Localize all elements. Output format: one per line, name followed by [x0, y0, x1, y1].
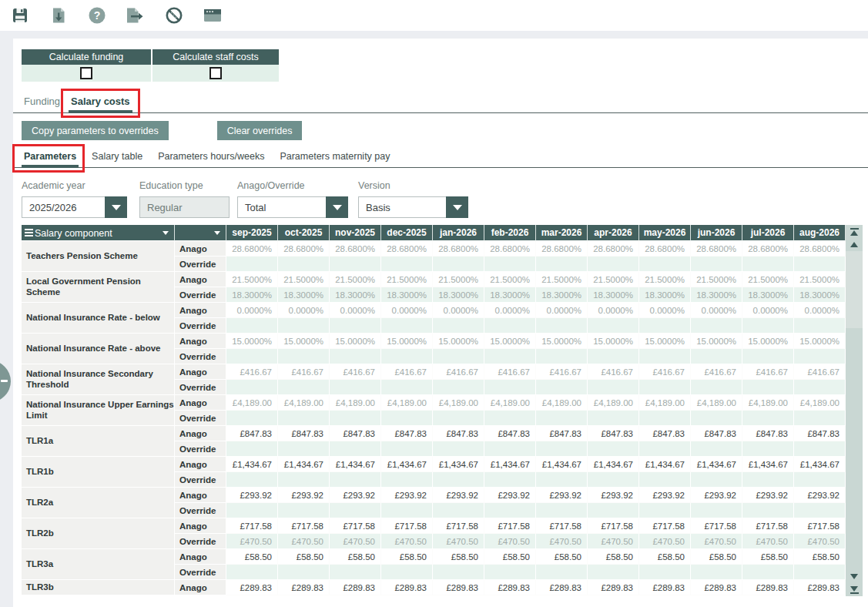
anago-value-cell[interactable]: £58.50 [226, 549, 278, 565]
anago-value-cell[interactable]: £293.92 [278, 488, 330, 503]
override-value-cell[interactable] [278, 318, 330, 334]
anago-value-cell[interactable]: £58.50 [691, 549, 742, 565]
override-value-cell[interactable]: 18.3000% [226, 287, 278, 303]
window-icon[interactable] [199, 4, 226, 27]
override-value-cell[interactable] [484, 503, 536, 518]
override-value-cell[interactable] [381, 565, 433, 580]
anago-value-cell[interactable]: 28.6800% [588, 241, 639, 257]
override-value-cell[interactable] [639, 380, 691, 395]
override-value-cell[interactable] [381, 472, 433, 488]
scroll-to-bottom-button[interactable] [846, 583, 863, 596]
anago-value-cell[interactable]: £847.83 [381, 426, 433, 441]
filter-caret-icon[interactable] [163, 231, 169, 235]
override-value-cell[interactable] [536, 257, 588, 272]
override-value-cell[interactable] [794, 380, 846, 395]
anago-value-cell[interactable]: £1,434.67 [226, 457, 278, 472]
override-value-cell[interactable] [330, 257, 381, 272]
anago-value-cell[interactable]: 21.5000% [381, 272, 433, 287]
override-value-cell[interactable] [588, 441, 639, 457]
month-header-aug-2026[interactable]: aug-2026 [794, 225, 846, 241]
override-value-cell[interactable] [484, 380, 536, 395]
anago-value-cell[interactable]: £58.50 [381, 549, 433, 565]
anago-value-cell[interactable]: £4,189.00 [691, 395, 742, 411]
anago-value-cell[interactable]: £289.83 [794, 580, 846, 595]
override-value-cell[interactable] [433, 503, 484, 518]
override-value-cell[interactable] [691, 472, 742, 488]
override-value-cell[interactable]: 18.3000% [330, 287, 381, 303]
anago-value-cell[interactable]: 21.5000% [433, 272, 484, 287]
anago-value-cell[interactable]: 28.6800% [330, 241, 381, 257]
anago-value-cell[interactable]: 0.0000% [794, 303, 846, 318]
override-value-cell[interactable] [226, 349, 278, 364]
override-value-cell[interactable] [330, 349, 381, 364]
anago-value-cell[interactable]: 21.5000% [536, 272, 588, 287]
anago-value-cell[interactable]: £1,434.67 [330, 457, 381, 472]
override-value-cell[interactable] [381, 257, 433, 272]
anago-value-cell[interactable]: £416.67 [433, 364, 484, 380]
academic-year-select[interactable]: 2025/2026 [22, 196, 127, 218]
menu-icon[interactable] [25, 227, 33, 238]
override-value-cell[interactable] [691, 565, 742, 580]
override-value-cell[interactable] [226, 565, 278, 580]
scrollbar-track[interactable] [846, 251, 863, 570]
export-document-icon[interactable] [122, 4, 149, 27]
override-value-cell[interactable] [330, 472, 381, 488]
anago-value-cell[interactable]: 0.0000% [484, 303, 536, 318]
anago-value-cell[interactable]: £847.83 [278, 426, 330, 441]
clear-overrides-button[interactable]: Clear overrides [217, 121, 303, 140]
override-value-cell[interactable] [278, 565, 330, 580]
month-header-feb-2026[interactable]: feb-2026 [484, 225, 536, 241]
override-value-cell[interactable] [484, 441, 536, 457]
anago-value-cell[interactable]: 28.6800% [639, 241, 691, 257]
filter-caret-icon[interactable] [214, 231, 220, 235]
override-value-cell[interactable] [536, 503, 588, 518]
override-value-cell[interactable] [536, 411, 588, 426]
override-value-cell[interactable] [433, 318, 484, 334]
override-value-cell[interactable] [278, 472, 330, 488]
anago-value-cell[interactable]: 28.6800% [691, 241, 742, 257]
anago-value-cell[interactable]: 15.0000% [381, 334, 433, 349]
anago-value-cell[interactable]: £289.83 [588, 580, 639, 595]
override-value-cell[interactable]: £470.50 [226, 534, 278, 549]
override-value-cell[interactable] [536, 441, 588, 457]
anago-value-cell[interactable]: 15.0000% [588, 334, 639, 349]
anago-value-cell[interactable]: 0.0000% [536, 303, 588, 318]
override-value-cell[interactable] [588, 257, 639, 272]
anago-value-cell[interactable]: £847.83 [794, 426, 846, 441]
anago-override-select[interactable]: Total [237, 196, 348, 218]
override-value-cell[interactable] [278, 257, 330, 272]
anago-value-cell[interactable]: £847.83 [639, 426, 691, 441]
anago-value-cell[interactable]: £416.67 [742, 364, 794, 380]
anago-value-cell[interactable]: 15.0000% [330, 334, 381, 349]
anago-value-cell[interactable]: 28.6800% [794, 241, 846, 257]
anago-value-cell[interactable]: £717.58 [484, 518, 536, 534]
anago-value-cell[interactable]: 28.6800% [381, 241, 433, 257]
anago-value-cell[interactable]: £717.58 [639, 518, 691, 534]
vertical-scrollbar[interactable] [846, 225, 863, 596]
import-document-icon[interactable] [45, 4, 72, 27]
override-value-cell[interactable]: £470.50 [588, 534, 639, 549]
override-value-cell[interactable] [588, 318, 639, 334]
dropdown-button[interactable] [326, 196, 348, 218]
override-value-cell[interactable]: 18.3000% [433, 287, 484, 303]
override-value-cell[interactable] [794, 411, 846, 426]
anago-value-cell[interactable]: £4,189.00 [330, 395, 381, 411]
month-header-jun-2026[interactable]: jun-2026 [691, 225, 742, 241]
anago-value-cell[interactable]: 28.6800% [742, 241, 794, 257]
anago-value-cell[interactable]: 28.6800% [433, 241, 484, 257]
anago-value-cell[interactable]: £58.50 [278, 549, 330, 565]
override-value-cell[interactable] [484, 318, 536, 334]
override-value-cell[interactable]: 18.3000% [639, 287, 691, 303]
override-value-cell[interactable] [794, 257, 846, 272]
scroll-to-top-button[interactable] [846, 225, 863, 238]
override-value-cell[interactable] [381, 411, 433, 426]
override-value-cell[interactable]: 18.3000% [484, 287, 536, 303]
anago-value-cell[interactable]: £293.92 [742, 488, 794, 503]
override-value-cell[interactable] [794, 472, 846, 488]
override-value-cell[interactable] [691, 318, 742, 334]
month-header-oct-2025[interactable]: oct-2025 [278, 225, 330, 241]
anago-value-cell[interactable]: £717.58 [433, 518, 484, 534]
override-value-cell[interactable] [433, 349, 484, 364]
anago-value-cell[interactable]: 0.0000% [639, 303, 691, 318]
override-value-cell[interactable]: £470.50 [691, 534, 742, 549]
